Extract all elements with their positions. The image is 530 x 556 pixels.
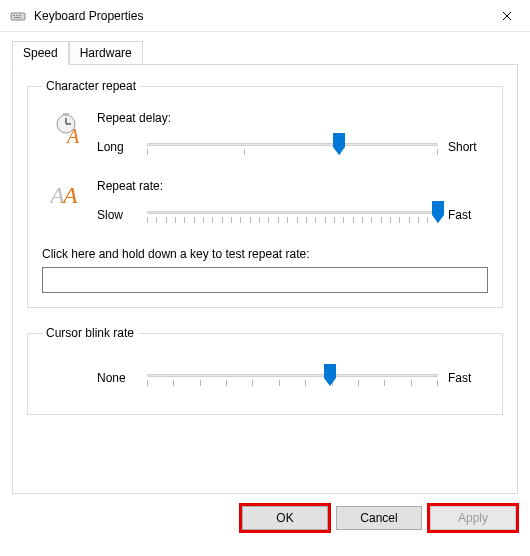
repeat-delay-slider[interactable] [147,133,438,161]
titlebar: Keyboard Properties [0,0,530,32]
svg-rect-6 [63,113,69,116]
test-label: Click here and hold down a key to test r… [42,247,488,261]
blink-left: None [97,371,137,385]
svg-rect-2 [16,15,18,16]
repeat-delay-thumb[interactable] [333,133,345,155]
repeat-rate-left: Slow [97,208,137,222]
repeat-rate-thumb[interactable] [432,201,444,223]
blink-right: Fast [448,371,488,385]
group-cursor-blink-label: Cursor blink rate [42,326,138,340]
repeat-rate-right: Fast [448,208,488,222]
dialog-footer: OK Cancel Apply [0,494,530,542]
close-icon [502,11,512,21]
window-title: Keyboard Properties [34,9,484,23]
svg-marker-14 [324,364,336,386]
tab-speed[interactable]: Speed [12,41,69,65]
close-button[interactable] [484,0,530,32]
svg-rect-1 [13,15,15,16]
svg-marker-13 [432,201,444,223]
cancel-button[interactable]: Cancel [336,506,422,530]
keyboard-icon [10,8,26,24]
repeat-delay-icon: A [42,111,97,145]
test-input[interactable] [42,267,488,293]
group-character-repeat-label: Character repeat [42,79,140,93]
group-cursor-blink: Cursor blink rate None [27,326,503,415]
svg-text:A: A [65,125,80,145]
svg-rect-3 [19,15,21,16]
repeat-delay-label: Repeat delay: [97,111,488,125]
repeat-delay-left: Long [97,140,137,154]
repeat-rate-label: Repeat rate: [97,179,488,193]
svg-marker-10 [333,133,345,155]
apply-button[interactable]: Apply [430,506,516,530]
tabs: Speed Hardware [12,41,518,65]
blink-slider[interactable] [147,364,438,392]
repeat-delay-right: Short [448,140,488,154]
svg-rect-4 [14,17,21,18]
blink-thumb[interactable] [324,364,336,386]
svg-text:A: A [61,182,78,208]
group-character-repeat: Character repeat A Repeat delay: Long [27,79,503,308]
tabpanel-speed: Character repeat A Repeat delay: Long [12,64,518,494]
repeat-rate-icon: A A [42,179,97,209]
svg-rect-0 [11,13,25,20]
ok-button[interactable]: OK [242,506,328,530]
tab-hardware[interactable]: Hardware [69,41,143,65]
repeat-rate-slider[interactable] [147,201,438,229]
